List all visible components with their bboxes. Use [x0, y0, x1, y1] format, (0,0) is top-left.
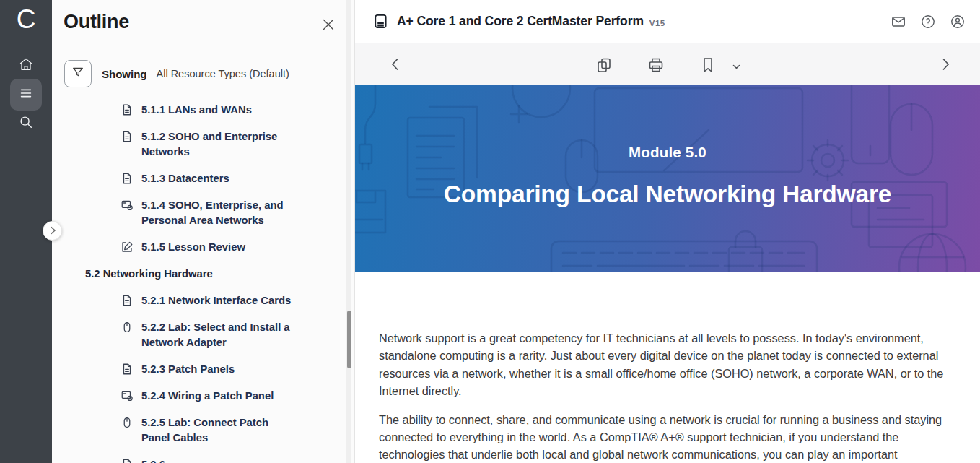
- document-icon: [121, 294, 134, 307]
- document-icon: [121, 363, 134, 376]
- section-label: 5.2 Networking Hardware: [85, 267, 213, 282]
- list-item[interactable]: 5.1.3 Datacenters: [52, 171, 355, 186]
- module-number: Module 5.0: [355, 144, 980, 161]
- list-item-label: 5.2.1 Network Interface Cards: [141, 293, 291, 308]
- help-icon[interactable]: [920, 14, 936, 30]
- outline-panel: Outline Showing All Resource Types (Defa…: [52, 0, 355, 463]
- document-icon: [121, 130, 134, 143]
- book-icon: [372, 13, 389, 30]
- list-item[interactable]: 5.2.4 Wiring a Patch Panel: [52, 389, 355, 404]
- app-logo[interactable]: C: [0, 4, 52, 35]
- filter-value: All Resource Types (Default): [157, 68, 289, 79]
- document-icon: [121, 103, 134, 116]
- copy-icon[interactable]: [595, 56, 613, 74]
- list-item[interactable]: 5.1.1 LANs and WANs: [52, 103, 355, 118]
- list-item[interactable]: 5.2.2 Lab: Select and Install a Network …: [52, 320, 355, 350]
- video-icon: [121, 199, 134, 212]
- list-item-clipped[interactable]: 5.2.6: [52, 457, 355, 463]
- paragraph: The ability to connect, share, and commu…: [379, 411, 950, 463]
- home-icon: [18, 56, 34, 75]
- list-item[interactable]: 5.1.5 Lesson Review: [52, 240, 355, 255]
- list-item-label: 5.2.4 Wiring a Patch Panel: [141, 389, 274, 404]
- lesson-content: Network support is a great competency fo…: [355, 272, 980, 463]
- mail-icon[interactable]: [891, 14, 906, 30]
- panel-expand-button[interactable]: [43, 221, 62, 241]
- list-item[interactable]: 5.2.1 Network Interface Cards: [52, 293, 355, 308]
- list-item-label: 5.1.1 LANs and WANs: [141, 103, 252, 118]
- list-item-label: 5.2.2 Lab: Select and Install a Network …: [141, 320, 294, 350]
- previous-page-button[interactable]: [388, 57, 403, 72]
- filter-row: Showing All Resource Types (Default): [64, 60, 289, 87]
- course-title: A+ Core 1 and Core 2 CertMaster Perform: [397, 14, 644, 29]
- document-icon: [121, 458, 134, 463]
- home-button[interactable]: [10, 50, 42, 82]
- list-item-label: 5.1.2 SOHO and Enterprise Networks: [141, 129, 294, 160]
- menu-icon: [18, 85, 34, 104]
- outline-list: 5.1.1 LANs and WANs 5.1.2 SOHO and Enter…: [52, 103, 355, 463]
- list-item[interactable]: 5.2.3 Patch Panels: [52, 362, 355, 377]
- outline-title: Outline: [64, 11, 129, 33]
- outline-scrollbar-thumb[interactable]: [347, 311, 351, 368]
- funnel-icon: [71, 66, 84, 82]
- paragraph: Network support is a great competency fo…: [379, 329, 950, 400]
- document-icon: [121, 172, 134, 185]
- hero-text-block: Module 5.0 Comparing Local Networking Ha…: [355, 144, 980, 208]
- chevron-right-icon: [48, 225, 57, 238]
- header-actions: [891, 14, 980, 30]
- list-item-section[interactable]: 5.2 Networking Hardware: [52, 267, 355, 282]
- mouse-lab-icon: [121, 321, 134, 334]
- list-item-label: 5.2.3 Patch Panels: [141, 362, 235, 377]
- list-item-label: 5.1.5 Lesson Review: [141, 240, 245, 255]
- search-icon: [18, 114, 34, 133]
- bookmark-menu-chevron-icon[interactable]: [732, 62, 741, 72]
- close-icon: [320, 22, 336, 35]
- list-item-label: 5.2.5 Lab: Connect Patch Panel Cables: [141, 415, 294, 446]
- edit-icon: [121, 241, 134, 254]
- outline-menu-button[interactable]: [10, 79, 42, 111]
- list-item-label: 5.2.6: [141, 457, 165, 463]
- outline-scrollbar-track: [346, 0, 351, 463]
- bookmark-icon[interactable]: [700, 56, 716, 74]
- filter-button[interactable]: [64, 60, 92, 87]
- list-item[interactable]: 5.1.2 SOHO and Enterprise Networks: [52, 129, 355, 160]
- next-page-button[interactable]: [938, 57, 953, 72]
- reader-toolbar: [355, 43, 980, 85]
- account-icon[interactable]: [950, 14, 966, 30]
- course-header: A+ Core 1 and Core 2 CertMaster Perform …: [355, 0, 980, 43]
- mouse-lab-icon: [121, 416, 134, 429]
- search-button[interactable]: [10, 108, 42, 139]
- module-title: Comparing Local Networking Hardware: [355, 181, 980, 208]
- module-hero-banner: Module 5.0 Comparing Local Networking Ha…: [355, 85, 980, 272]
- list-item-label: 5.1.4 SOHO, Enterprise, and Personal Are…: [141, 198, 294, 228]
- print-icon[interactable]: [647, 56, 665, 74]
- list-item[interactable]: 5.1.4 SOHO, Enterprise, and Personal Are…: [52, 198, 355, 228]
- course-version-badge: V15: [649, 16, 665, 27]
- close-outline-button[interactable]: [320, 17, 336, 33]
- list-item-label: 5.1.3 Datacenters: [141, 171, 229, 186]
- video-icon: [121, 389, 134, 402]
- filter-showing-label: Showing: [102, 68, 147, 80]
- list-item[interactable]: 5.2.5 Lab: Connect Patch Panel Cables: [52, 415, 355, 446]
